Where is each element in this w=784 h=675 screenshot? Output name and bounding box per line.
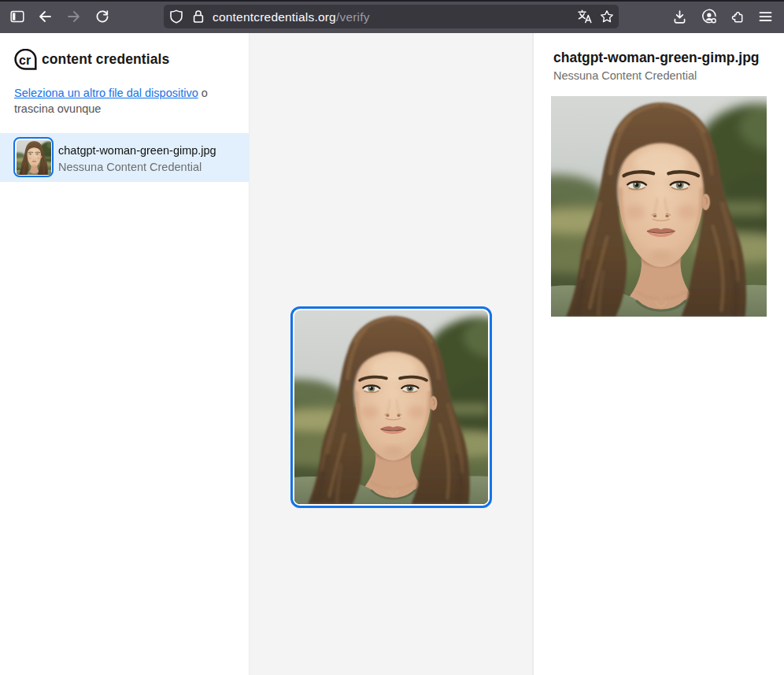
svg-text:cr: cr	[19, 54, 31, 67]
